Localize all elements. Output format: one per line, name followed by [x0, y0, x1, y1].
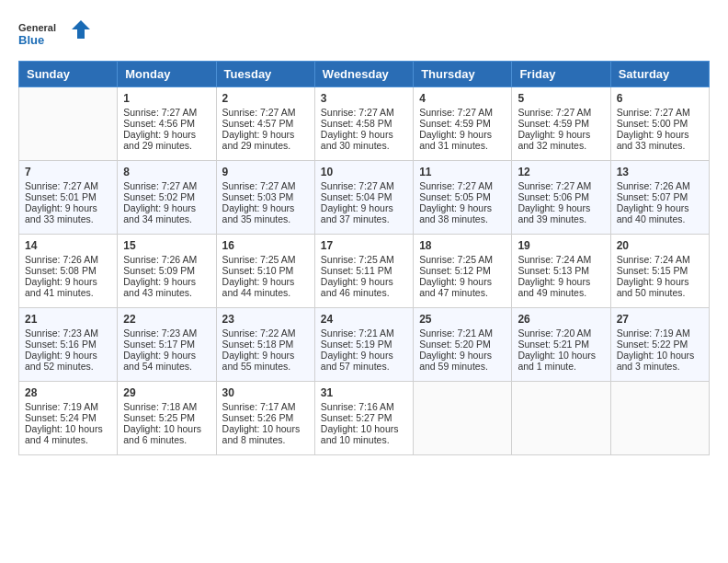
calendar-cell: 6Sunrise: 7:27 AMSunset: 5:00 PMDaylight…	[610, 87, 709, 161]
daylight-text: Daylight: 10 hours and 4 minutes.	[25, 423, 103, 445]
svg-marker-2	[72, 20, 90, 39]
sunrise-text: Sunrise: 7:27 AM	[222, 107, 296, 118]
daylight-text: Daylight: 10 hours and 1 minute.	[518, 350, 596, 372]
calendar-cell: 4Sunrise: 7:27 AMSunset: 4:59 PMDaylight…	[414, 87, 512, 161]
calendar-cell: 9Sunrise: 7:27 AMSunset: 5:03 PMDaylight…	[216, 161, 314, 235]
calendar-week-1: 1Sunrise: 7:27 AMSunset: 4:56 PMDaylight…	[19, 87, 710, 161]
calendar-cell: 24Sunrise: 7:21 AMSunset: 5:19 PMDayligh…	[314, 308, 413, 382]
day-number: 29	[123, 386, 210, 399]
sunset-text: Sunset: 5:07 PM	[617, 191, 688, 202]
column-header-sunday: Sunday	[19, 62, 118, 87]
day-number: 17	[321, 239, 407, 252]
daylight-text: Daylight: 9 hours and 38 minutes.	[419, 202, 492, 224]
calendar-cell: 17Sunrise: 7:25 AMSunset: 5:11 PMDayligh…	[314, 235, 413, 308]
sunrise-text: Sunrise: 7:23 AM	[123, 327, 197, 339]
day-number: 1	[123, 92, 210, 105]
day-number: 24	[321, 313, 407, 326]
sunset-text: Sunset: 5:17 PM	[123, 339, 195, 350]
calendar-week-5: 28Sunrise: 7:19 AMSunset: 5:24 PMDayligh…	[19, 382, 710, 455]
calendar-cell: 18Sunrise: 7:25 AMSunset: 5:12 PMDayligh…	[414, 235, 512, 308]
daylight-text: Daylight: 9 hours and 35 minutes.	[222, 202, 295, 224]
calendar-cell: 13Sunrise: 7:26 AMSunset: 5:07 PMDayligh…	[610, 161, 709, 235]
sunrise-text: Sunrise: 7:21 AM	[321, 327, 394, 339]
sunset-text: Sunset: 5:08 PM	[25, 265, 97, 276]
column-header-wednesday: Wednesday	[314, 62, 413, 87]
sunset-text: Sunset: 5:04 PM	[321, 191, 392, 202]
daylight-text: Daylight: 9 hours and 32 minutes.	[518, 129, 590, 151]
daylight-text: Daylight: 9 hours and 49 minutes.	[518, 276, 590, 298]
daylight-text: Daylight: 10 hours and 8 minutes.	[222, 423, 301, 445]
sunset-text: Sunset: 4:56 PM	[123, 118, 195, 129]
sunset-text: Sunset: 4:58 PM	[321, 118, 392, 129]
sunrise-text: Sunrise: 7:21 AM	[419, 327, 493, 339]
sunrise-text: Sunrise: 7:26 AM	[617, 180, 690, 191]
sunset-text: Sunset: 5:12 PM	[419, 265, 491, 276]
sunset-text: Sunset: 5:05 PM	[419, 191, 491, 202]
svg-text:Blue: Blue	[18, 33, 44, 47]
day-number: 8	[123, 166, 210, 178]
calendar-cell: 16Sunrise: 7:25 AMSunset: 5:10 PMDayligh…	[216, 235, 314, 308]
sunrise-text: Sunrise: 7:27 AM	[222, 180, 296, 191]
sunrise-text: Sunrise: 7:27 AM	[617, 107, 690, 118]
sunset-text: Sunset: 5:19 PM	[321, 339, 392, 350]
daylight-text: Daylight: 9 hours and 33 minutes.	[25, 202, 97, 224]
sunset-text: Sunset: 5:13 PM	[518, 265, 589, 276]
day-number: 10	[321, 166, 407, 178]
daylight-text: Daylight: 9 hours and 30 minutes.	[321, 129, 393, 151]
column-header-thursday: Thursday	[414, 62, 512, 87]
sunset-text: Sunset: 4:59 PM	[419, 118, 491, 129]
day-number: 19	[518, 239, 604, 252]
sunrise-text: Sunrise: 7:27 AM	[419, 107, 493, 118]
calendar-cell: 8Sunrise: 7:27 AMSunset: 5:02 PMDaylight…	[118, 161, 216, 235]
calendar-cell: 26Sunrise: 7:20 AMSunset: 5:21 PMDayligh…	[512, 308, 610, 382]
sunset-text: Sunset: 4:59 PM	[518, 118, 589, 129]
day-number: 2	[222, 92, 309, 105]
calendar-cell: 22Sunrise: 7:23 AMSunset: 5:17 PMDayligh…	[118, 308, 216, 382]
day-number: 18	[419, 239, 506, 252]
calendar-cell: 3Sunrise: 7:27 AMSunset: 4:58 PMDaylight…	[314, 87, 413, 161]
day-number: 28	[25, 386, 111, 399]
calendar-cell: 15Sunrise: 7:26 AMSunset: 5:09 PMDayligh…	[118, 235, 216, 308]
day-number: 9	[222, 166, 309, 178]
calendar-cell: 1Sunrise: 7:27 AMSunset: 4:56 PMDaylight…	[118, 87, 216, 161]
day-number: 20	[617, 239, 703, 252]
sunrise-text: Sunrise: 7:22 AM	[222, 327, 296, 339]
sunrise-text: Sunrise: 7:27 AM	[321, 180, 394, 191]
calendar-cell: 5Sunrise: 7:27 AMSunset: 4:59 PMDaylight…	[512, 87, 610, 161]
daylight-text: Daylight: 9 hours and 29 minutes.	[123, 129, 196, 151]
daylight-text: Daylight: 9 hours and 37 minutes.	[321, 202, 393, 224]
calendar-cell: 27Sunrise: 7:19 AMSunset: 5:22 PMDayligh…	[610, 308, 709, 382]
column-header-monday: Monday	[118, 62, 216, 87]
sunset-text: Sunset: 5:09 PM	[123, 265, 195, 276]
day-number: 15	[123, 239, 210, 252]
column-header-tuesday: Tuesday	[216, 62, 314, 87]
calendar-cell	[19, 87, 118, 161]
day-number: 12	[518, 166, 604, 178]
sunset-text: Sunset: 5:18 PM	[222, 339, 294, 350]
calendar-cell: 20Sunrise: 7:24 AMSunset: 5:15 PMDayligh…	[610, 235, 709, 308]
daylight-text: Daylight: 10 hours and 6 minutes.	[123, 423, 201, 445]
daylight-text: Daylight: 9 hours and 47 minutes.	[419, 276, 492, 298]
daylight-text: Daylight: 9 hours and 55 minutes.	[222, 350, 295, 372]
calendar-cell: 29Sunrise: 7:18 AMSunset: 5:25 PMDayligh…	[118, 382, 216, 455]
daylight-text: Daylight: 9 hours and 41 minutes.	[25, 276, 97, 298]
day-number: 21	[25, 313, 111, 326]
daylight-text: Daylight: 9 hours and 31 minutes.	[419, 129, 492, 151]
day-number: 6	[617, 92, 703, 105]
sunrise-text: Sunrise: 7:23 AM	[25, 327, 98, 339]
daylight-text: Daylight: 9 hours and 40 minutes.	[617, 202, 689, 224]
daylight-text: Daylight: 9 hours and 50 minutes.	[617, 276, 689, 298]
daylight-text: Daylight: 9 hours and 59 minutes.	[419, 350, 492, 372]
calendar-header-row: SundayMondayTuesdayWednesdayThursdayFrid…	[19, 62, 710, 87]
logo: General Blue	[18, 18, 92, 52]
calendar-week-4: 21Sunrise: 7:23 AMSunset: 5:16 PMDayligh…	[19, 308, 710, 382]
sunrise-text: Sunrise: 7:26 AM	[25, 254, 98, 265]
calendar-week-2: 7Sunrise: 7:27 AMSunset: 5:01 PMDaylight…	[19, 161, 710, 235]
sunrise-text: Sunrise: 7:18 AM	[123, 401, 197, 412]
column-header-saturday: Saturday	[610, 62, 709, 87]
calendar-table: SundayMondayTuesdayWednesdayThursdayFrid…	[18, 61, 710, 455]
sunrise-text: Sunrise: 7:26 AM	[123, 254, 197, 265]
calendar-cell: 12Sunrise: 7:27 AMSunset: 5:06 PMDayligh…	[512, 161, 610, 235]
calendar-cell: 10Sunrise: 7:27 AMSunset: 5:04 PMDayligh…	[314, 161, 413, 235]
sunrise-text: Sunrise: 7:25 AM	[419, 254, 493, 265]
